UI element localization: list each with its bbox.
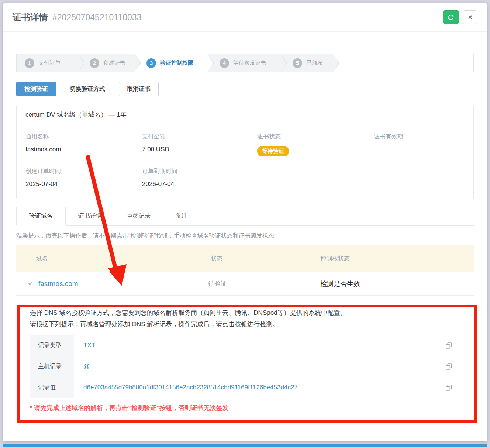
title-wrap: 证书详情 #202507045210110033 xyxy=(13,11,141,23)
dns-record-table: 记录类型 TXT 主机记录 xyxy=(30,335,459,398)
action-buttons: 检测验证 切换验证方式 取消证书 xyxy=(16,82,474,96)
step-label: 支付订单 xyxy=(38,59,61,66)
header-actions: × xyxy=(443,10,477,24)
step-issued: 5 已颁发 xyxy=(281,54,333,72)
check-verification-button[interactable]: 检测验证 xyxy=(16,82,56,96)
step-number: 2 xyxy=(90,58,99,68)
field-validity: 证书有效期 ~ xyxy=(374,133,465,156)
record-label: 记录值 xyxy=(30,377,74,398)
field-value: 2026-07-04 xyxy=(142,180,257,188)
step-number: 3 xyxy=(146,58,156,68)
field-value: ~ xyxy=(374,146,465,153)
field-amount: 支付金额 7.00 USD xyxy=(142,133,257,156)
tab-cert-detail[interactable]: 证书详情 xyxy=(66,207,114,225)
dns-record-value-row: 记录值 d6e703a455d79b880a1df3014156e2acb232… xyxy=(30,377,459,398)
modal-body: 1 支付订单 2 创建证书 3 验证控制权限 4 等待颁发证书 5 已颁发 xyxy=(3,32,487,412)
copy-icon xyxy=(445,363,452,370)
dns-host-record-row: 主机记录 @ xyxy=(30,356,459,377)
certificate-fields: 通用名称 fastmos.com 支付金额 7.00 USD 证书状态 等待验证… xyxy=(17,124,473,199)
dns-intro-line1: 选择 DNS 域名授权验证方式，您需要到您的域名解析服务商（如阿里云、腾讯、DN… xyxy=(30,307,459,318)
tab-remarks[interactable]: 备注 xyxy=(163,207,200,225)
dns-verification-panel: 选择 DNS 域名授权验证方式，您需要到您的域名解析服务商（如阿里云、腾讯、DN… xyxy=(16,296,474,412)
step-label: 等待颁发证书 xyxy=(233,59,266,66)
dns-intro-line2: 请根据下列提示，再域名管理处添加 DNS 解析记录，操作完成后，请点击按钮进行检… xyxy=(30,318,459,330)
field-expire-time: 订单到期时间 2026-07-04 xyxy=(142,168,257,188)
domain-status: 待验证 xyxy=(208,279,313,288)
refresh-button[interactable] xyxy=(443,10,459,24)
order-number: #202507045210110033 xyxy=(52,13,141,23)
field-common-name: 通用名称 fastmos.com xyxy=(25,133,142,156)
close-icon: × xyxy=(468,13,472,21)
chevron-down-icon[interactable] xyxy=(27,282,32,285)
step-filler xyxy=(333,54,473,72)
table-row: fastmos.com 待验证 检测是否生效 xyxy=(16,272,474,296)
record-value: d6e703a455d79b880a1df3014156e2acb2328514… xyxy=(74,384,438,391)
copy-host-record-button[interactable] xyxy=(438,363,459,370)
tab-verify-domain[interactable]: 验证域名 xyxy=(16,207,66,226)
column-control-status: 控制权状态 xyxy=(313,255,474,263)
control-status: 检测是否生效 xyxy=(313,279,474,288)
field-label: 通用名称 xyxy=(25,133,142,141)
dns-record-type-row: 记录类型 TXT xyxy=(30,335,459,356)
column-status: 状态 xyxy=(208,255,313,263)
step-number: 1 xyxy=(25,58,34,68)
tab-reissue-records[interactable]: 重签记录 xyxy=(114,207,163,225)
domain-table-header: 域名 状态 控制权状态 xyxy=(16,245,474,272)
copy-record-value-button[interactable] xyxy=(438,384,459,391)
record-label: 主机记录 xyxy=(30,356,74,377)
step-label: 创建证书 xyxy=(103,59,125,66)
switch-verification-method-button[interactable]: 切换验证方式 xyxy=(62,82,113,96)
field-label: 支付金额 xyxy=(142,133,257,141)
field-value: fastmos.com xyxy=(25,146,142,153)
modal-header: 证书详情 #202507045210110033 × xyxy=(3,3,487,32)
column-domain: 域名 xyxy=(16,255,208,263)
record-value: @ xyxy=(74,363,438,370)
certificate-product-title: certum DV 域名级（单域名） — 1年 xyxy=(17,105,473,124)
step-pay-order: 1 支付订单 xyxy=(17,54,79,72)
page-background: 证书详情 #202507045210110033 × xyxy=(0,0,490,448)
step-label: 已颁发 xyxy=(306,59,323,66)
step-wizard: 1 支付订单 2 创建证书 3 验证控制权限 4 等待颁发证书 5 已颁发 xyxy=(16,54,474,72)
copy-record-type-button[interactable] xyxy=(438,342,459,349)
step-wait-issue: 4 等待颁发证书 xyxy=(208,54,281,72)
refresh-icon xyxy=(448,14,454,21)
field-label: 证书状态 xyxy=(257,133,374,141)
record-label: 记录类型 xyxy=(30,335,74,356)
certificate-info-card: certum DV 域名级（单域名） — 1年 通用名称 fastmos.com… xyxy=(16,105,474,199)
field-label: 证书有效期 xyxy=(374,133,465,141)
dns-warning-text: * 请先完成上述域名的解析，再点击“检测验证”按钮，否则证书无法签发 xyxy=(30,404,459,412)
step-label: 验证控制权限 xyxy=(160,59,193,66)
field-value: 7.00 USD xyxy=(142,146,257,153)
step-number: 5 xyxy=(293,58,302,68)
field-cert-status: 证书状态 等待验证 xyxy=(257,133,374,156)
step-verify-control: 3 验证控制权限 xyxy=(135,54,208,72)
close-button[interactable]: × xyxy=(463,10,477,24)
record-value: TXT xyxy=(74,342,438,349)
page-title: 证书详情 xyxy=(13,11,48,23)
copy-icon xyxy=(445,342,452,349)
cancel-certificate-button[interactable]: 取消证书 xyxy=(119,82,159,96)
underlying-page-edge xyxy=(3,444,487,447)
status-badge: 等待验证 xyxy=(257,146,289,156)
notice-text: 温馨提示：做完以下操作后，请不定期点击“检测验证”按钮，手动检查域名验证状态和证… xyxy=(16,226,474,245)
step-number: 4 xyxy=(220,58,229,68)
copy-icon xyxy=(445,384,452,391)
domain-link[interactable]: fastmos.com xyxy=(38,280,78,288)
field-value: 2025-07-04 xyxy=(25,180,142,188)
field-label: 创建订单时间 xyxy=(25,168,142,175)
field-created-time: 创建订单时间 2025-07-04 xyxy=(25,168,142,188)
step-create-cert: 2 创建证书 xyxy=(79,54,135,72)
field-label: 订单到期时间 xyxy=(142,168,257,175)
certificate-detail-modal: 证书详情 #202507045210110033 × xyxy=(3,3,487,441)
detail-tabs: 验证域名 证书详情 重签记录 备注 xyxy=(16,207,474,226)
